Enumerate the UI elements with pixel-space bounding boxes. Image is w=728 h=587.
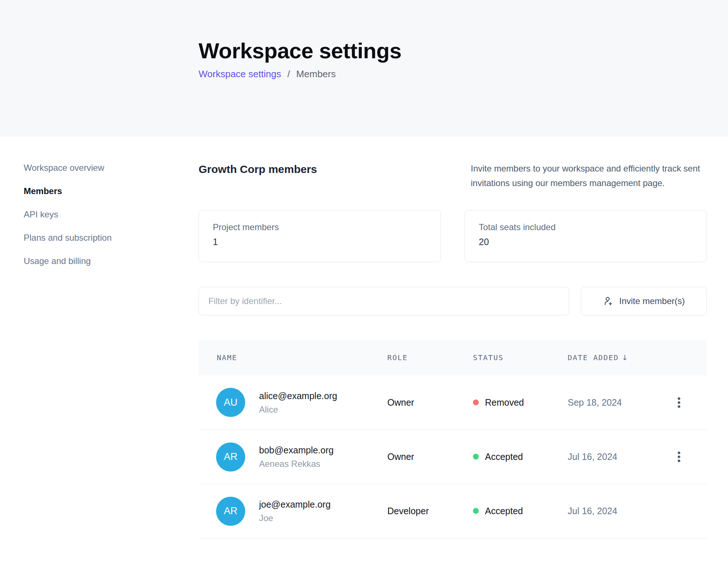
status-dot bbox=[473, 508, 479, 514]
member-identity: AU alice@example.org Alice bbox=[199, 388, 387, 417]
content-area: Workspace overview Members API keys Plan… bbox=[0, 137, 728, 539]
sidebar-item-plans-and-subscription[interactable]: Plans and subscription bbox=[24, 233, 184, 243]
table-row: AR bob@example.org Aeneas Rekkas Owner A… bbox=[199, 430, 707, 484]
member-status: Accepted bbox=[473, 484, 568, 538]
invite-members-label: Invite member(s) bbox=[619, 296, 685, 306]
status-label: Accepted bbox=[485, 506, 523, 516]
column-header-status: STATUS bbox=[473, 340, 568, 375]
stat-card-project-members: Project members 1 bbox=[199, 210, 441, 262]
column-header-name: NAME bbox=[199, 340, 387, 375]
member-email: alice@example.org bbox=[259, 390, 337, 401]
member-date-added: Jul 16, 2024 bbox=[568, 430, 674, 484]
status-dot bbox=[473, 454, 479, 460]
member-name: Alice bbox=[259, 405, 337, 415]
table-row: AR joe@example.org Joe Developer Accepte… bbox=[199, 484, 707, 538]
stat-label: Project members bbox=[213, 222, 427, 232]
stat-value: 20 bbox=[479, 236, 693, 247]
avatar: AR bbox=[216, 442, 245, 472]
avatar: AR bbox=[216, 497, 245, 526]
members-description: Invite members to your workspace and eff… bbox=[471, 161, 707, 190]
sidebar-item-workspace-overview[interactable]: Workspace overview bbox=[24, 163, 184, 173]
breadcrumb-separator: / bbox=[287, 68, 290, 79]
avatar: AU bbox=[216, 388, 245, 417]
status-label: Removed bbox=[485, 397, 524, 407]
status-dot bbox=[473, 399, 479, 405]
member-identity: AR bob@example.org Aeneas Rekkas bbox=[199, 442, 387, 472]
invite-members-button[interactable]: Invite member(s) bbox=[581, 287, 707, 315]
column-header-role: ROLE bbox=[387, 340, 473, 375]
sidebar-item-members[interactable]: Members bbox=[24, 186, 184, 196]
settings-nav: Workspace overview Members API keys Plan… bbox=[0, 137, 199, 539]
member-date-added: Jul 16, 2024 bbox=[568, 484, 674, 538]
kebab-icon bbox=[678, 397, 680, 400]
stat-value: 1 bbox=[213, 236, 427, 247]
stat-card-total-seats: Total seats included 20 bbox=[465, 210, 707, 262]
member-identity: AR joe@example.org Joe bbox=[199, 497, 387, 526]
member-status: Removed bbox=[473, 375, 568, 430]
kebab-icon bbox=[678, 452, 680, 454]
members-table: NAME ROLE STATUS DATE ADDED↓ AU alice@ex… bbox=[199, 340, 707, 539]
breadcrumb-current: Members bbox=[296, 68, 336, 79]
sidebar-item-usage-and-billing[interactable]: Usage and billing bbox=[24, 256, 184, 266]
breadcrumb: Workspace settings / Members bbox=[199, 68, 728, 80]
page-header: Workspace settings Workspace settings / … bbox=[0, 0, 728, 137]
row-menu-button[interactable] bbox=[674, 448, 684, 466]
member-role: Owner bbox=[387, 375, 473, 430]
row-menu-button[interactable] bbox=[674, 394, 684, 411]
member-role: Developer bbox=[387, 484, 473, 538]
member-date-added: Sep 18, 2024 bbox=[568, 375, 674, 430]
toolbar-row: Invite member(s) bbox=[199, 287, 707, 315]
column-header-date-added[interactable]: DATE ADDED↓ bbox=[568, 340, 674, 375]
sort-descending-icon: ↓ bbox=[622, 353, 629, 362]
member-name: Joe bbox=[259, 513, 330, 523]
member-role: Owner bbox=[387, 430, 473, 484]
members-panel: Growth Corp members Invite members to yo… bbox=[199, 137, 707, 539]
table-row: AU alice@example.org Alice Owner Removed… bbox=[199, 375, 707, 430]
member-name: Aeneas Rekkas bbox=[259, 459, 334, 469]
member-status: Accepted bbox=[473, 430, 568, 484]
member-email: bob@example.org bbox=[259, 445, 334, 456]
column-header-date-added-label: DATE ADDED bbox=[568, 353, 619, 362]
status-label: Accepted bbox=[485, 452, 523, 462]
members-heading: Growth Corp members bbox=[199, 163, 317, 176]
stats-row: Project members 1 Total seats included 2… bbox=[199, 210, 707, 262]
table-header: NAME ROLE STATUS DATE ADDED↓ bbox=[199, 340, 707, 375]
page-title: Workspace settings bbox=[199, 39, 728, 63]
column-header-actions bbox=[674, 340, 707, 375]
stat-label: Total seats included bbox=[479, 222, 693, 232]
intro-row: Growth Corp members Invite members to yo… bbox=[199, 163, 707, 190]
member-email: joe@example.org bbox=[259, 499, 330, 510]
sidebar-item-api-keys[interactable]: API keys bbox=[24, 209, 184, 220]
user-plus-icon bbox=[603, 296, 614, 307]
breadcrumb-link-workspace-settings[interactable]: Workspace settings bbox=[199, 68, 281, 79]
filter-input[interactable] bbox=[199, 287, 569, 315]
